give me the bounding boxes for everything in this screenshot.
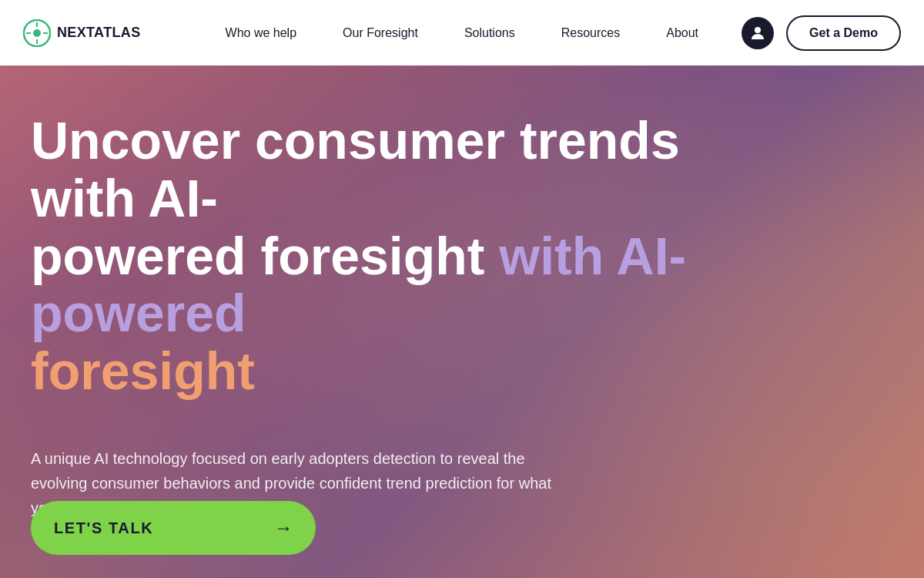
cta-arrow-icon: → xyxy=(274,517,293,539)
logo-icon xyxy=(23,19,51,47)
lets-talk-button[interactable]: LET'S TALK → xyxy=(31,501,316,555)
nav-who-we-help[interactable]: Who we help xyxy=(203,26,320,40)
hero-content: Uncover consumer trends with AI- powered… xyxy=(0,66,924,578)
nav-right: Get a Demo xyxy=(742,15,901,51)
logo-link[interactable]: NEXTATLAS xyxy=(23,19,141,47)
nav-solutions[interactable]: Solutions xyxy=(441,26,538,40)
nav-about[interactable]: About xyxy=(643,26,721,40)
svg-point-1 xyxy=(33,29,41,37)
cta-button-label: LET'S TALK xyxy=(54,519,153,537)
hero-title-line2-white: powered foresight xyxy=(31,227,499,285)
nav-links: Who we help Our Foresight Solutions Reso… xyxy=(203,26,742,40)
user-icon xyxy=(748,24,767,42)
get-demo-button[interactable]: Get a Demo xyxy=(786,15,901,51)
svg-point-2 xyxy=(755,27,761,33)
logo-text: NEXTATLAS xyxy=(57,25,141,41)
hero-title-accent-orange: foresight xyxy=(31,341,255,400)
nav-resources[interactable]: Resources xyxy=(538,26,643,40)
hero-title: Uncover consumer trends with AI- powered… xyxy=(31,112,770,400)
user-account-button[interactable] xyxy=(742,17,774,49)
hero-title-line1: Uncover consumer trends with AI- xyxy=(31,112,770,227)
nav-our-foresight[interactable]: Our Foresight xyxy=(320,26,441,40)
navbar: NEXTATLAS Who we help Our Foresight Solu… xyxy=(0,0,924,66)
